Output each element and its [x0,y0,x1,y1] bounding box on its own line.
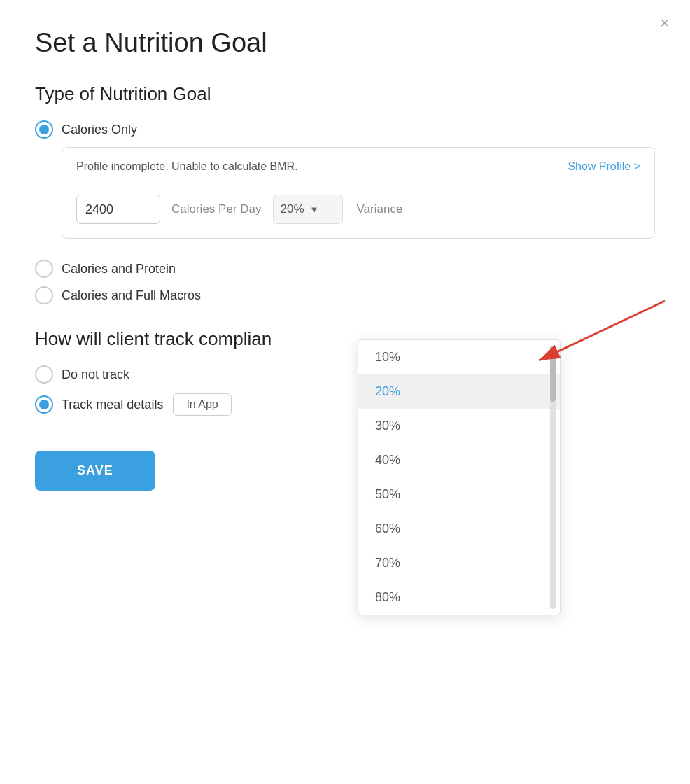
track-meal-details-row: Track meal details In App [35,393,655,416]
profile-warning-text: Profile incomplete. Unable to calculate … [76,160,298,173]
variance-dropdown-overlay: 10% 20% 30% 40% 50% 60% 70% 80% [358,340,561,615]
variance-option-60[interactable]: 60% [358,512,560,546]
variance-option-50[interactable]: 50% [358,477,560,512]
in-app-label: In App [186,398,218,410]
modal-container: × Set a Nutrition Goal Type of Nutrition… [0,0,690,784]
calories-input[interactable] [76,195,160,224]
compliance-radio-group: Do not track Track meal details In App [35,365,655,416]
variance-option-30[interactable]: 30% [358,409,560,443]
nutrition-goal-radio-group: Calories Only Profile incomplete. Unable… [35,120,655,304]
radio-circle-track-meal [35,396,53,414]
radio-item-track-meal[interactable]: Track meal details [35,396,163,414]
radio-label-calories-protein: Calories and Protein [62,262,176,276]
compliance-section-title: How will client track complian [35,328,655,350]
radio-circle-do-not-track [35,365,53,384]
dropdown-arrow-icon: ▼ [310,204,319,215]
variance-option-40[interactable]: 40% [358,443,560,477]
radio-item-calories-only[interactable]: Calories Only [35,120,655,139]
close-button[interactable]: × [660,15,669,31]
calories-input-row: Calories Per Day 20% ▼ Variance [76,195,640,224]
variance-dropdown-trigger[interactable]: 20% ▼ [273,195,343,224]
radio-item-calories-macros[interactable]: Calories and Full Macros [35,286,655,304]
dropdown-scrollbar-track [550,346,556,609]
radio-circle-calories-protein [35,260,53,278]
variance-option-80[interactable]: 80% [358,580,560,615]
radio-label-calories-only: Calories Only [62,122,137,137]
variance-dropdown-list: 10% 20% 30% 40% 50% 60% 70% 80% [358,340,560,615]
variance-option-10[interactable]: 10% [358,340,560,374]
modal-title: Set a Nutrition Goal [35,28,655,58]
radio-label-track-meal: Track meal details [62,398,163,412]
dropdown-scrollbar-thumb [550,346,556,402]
nutrition-goal-section-title: Type of Nutrition Goal [35,83,655,105]
radio-label-calories-macros: Calories and Full Macros [62,288,201,303]
compliance-section: How will client track complian Do not tr… [35,328,655,416]
profile-warning-row: Profile incomplete. Unable to calculate … [76,160,640,183]
calories-per-day-label: Calories Per Day [171,202,262,216]
variance-option-70[interactable]: 70% [358,546,560,580]
radio-circle-calories-macros [35,286,53,304]
in-app-selector[interactable]: In App [173,393,231,416]
show-profile-link[interactable]: Show Profile > [568,160,640,173]
variance-option-20[interactable]: 20% [358,374,560,409]
save-button[interactable]: SAVE [35,451,155,491]
radio-circle-calories-only [35,120,53,139]
radio-item-do-not-track[interactable]: Do not track [35,365,655,384]
radio-item-calories-protein[interactable]: Calories and Protein [35,260,655,278]
variance-selected-value: 20% [281,202,304,216]
calories-box: Profile incomplete. Unable to calculate … [62,147,655,239]
radio-label-do-not-track: Do not track [62,368,129,382]
variance-label: Variance [357,202,403,216]
